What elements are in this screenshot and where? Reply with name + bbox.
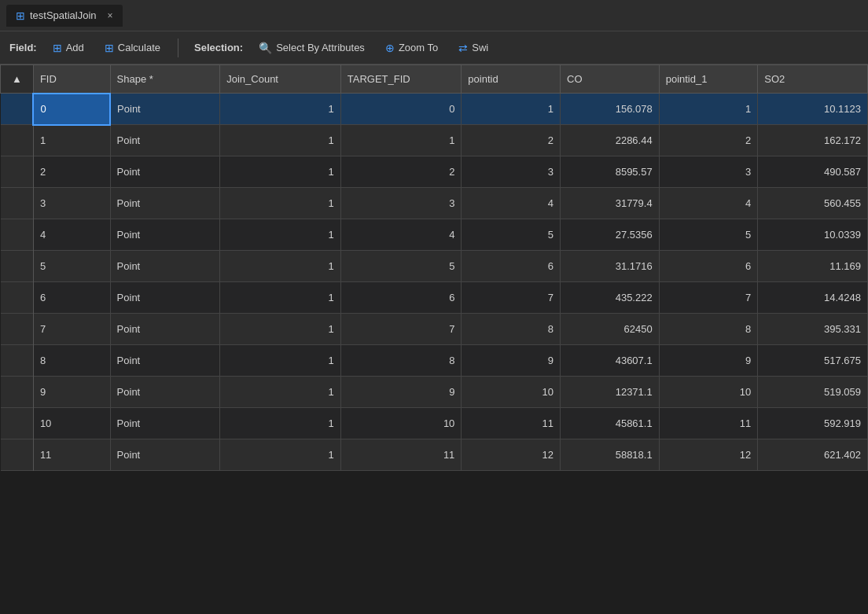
cell-pointid: 2 — [462, 125, 561, 156]
cell-pointid: 8 — [462, 314, 561, 345]
cell-fid: 5 — [33, 251, 110, 282]
cell-fid: 7 — [33, 314, 110, 345]
cell-co: 43607.1 — [561, 345, 660, 377]
cell-pointid: 4 — [462, 188, 561, 219]
cell-so2: 517.675 — [758, 345, 868, 377]
table-row[interactable]: 6Point167435.222714.4248 — [1, 282, 868, 314]
attribute-table: ▲ FID Shape * Join_Count TARGET_FID poin… — [0, 64, 868, 471]
toolbar: Field: ⊞ Add ⊞ Calculate Selection: 🔍 Se… — [0, 31, 868, 64]
cell-pointid1: 1 — [659, 94, 758, 125]
table-row[interactable]: 7Point178624508395.331 — [1, 314, 868, 345]
calculate-label: Calculate — [118, 42, 160, 53]
row-indicator-cell — [1, 439, 34, 471]
cell-shape: Point — [110, 125, 220, 156]
cell-targetfid: 3 — [340, 188, 462, 219]
col-header-fid[interactable]: FID — [33, 65, 110, 94]
table-row[interactable]: 10Point1101145861.111592.919 — [1, 408, 868, 439]
cell-co: 62450 — [561, 314, 660, 345]
cell-targetfid: 4 — [340, 219, 462, 251]
cell-so2: 11.169 — [758, 251, 868, 282]
cell-pointid1: 7 — [659, 282, 758, 314]
table-row[interactable]: 4Point14527.5356510.0339 — [1, 219, 868, 251]
row-indicator-cell — [1, 156, 34, 188]
table-row[interactable]: 1Point1122286.442162.172 — [1, 125, 868, 156]
col-header-pointid[interactable]: pointid — [462, 65, 561, 94]
cell-shape: Point — [110, 282, 220, 314]
cell-shape: Point — [110, 251, 220, 282]
close-tab-button[interactable]: × — [108, 10, 113, 21]
cell-pointid1: 10 — [659, 377, 758, 408]
table-row[interactable]: 9Point191012371.110519.059 — [1, 377, 868, 408]
table-row[interactable]: 11Point1111258818.112621.402 — [1, 439, 868, 471]
cell-co: 31779.4 — [561, 188, 660, 219]
cell-joincount: 1 — [220, 377, 341, 408]
cell-co: 12371.1 — [561, 377, 660, 408]
row-indicator-cell — [1, 314, 34, 345]
switch-label: Swi — [472, 42, 488, 53]
cell-joincount: 1 — [220, 251, 341, 282]
cell-so2: 490.587 — [758, 156, 868, 188]
cell-pointid1: 5 — [659, 219, 758, 251]
calculate-button[interactable]: ⊞ Calculate — [97, 39, 168, 57]
table-row[interactable]: 3Point13431779.44560.455 — [1, 188, 868, 219]
table-row[interactable]: 0Point101156.078110.1123 — [1, 94, 868, 125]
cell-pointid: 5 — [462, 219, 561, 251]
cell-so2: 14.4248 — [758, 282, 868, 314]
row-indicator-cell — [1, 408, 34, 439]
cell-fid: 0 — [33, 94, 110, 125]
col-header-shape[interactable]: Shape * — [110, 65, 220, 94]
cell-pointid: 7 — [462, 282, 561, 314]
switch-button[interactable]: ⇄ Swi — [451, 39, 496, 57]
cell-so2: 10.1123 — [758, 94, 868, 125]
table-container: ▲ FID Shape * Join_Count TARGET_FID poin… — [0, 64, 868, 614]
cell-pointid: 9 — [462, 345, 561, 377]
add-button[interactable]: ⊞ Add — [45, 39, 92, 57]
col-header-co[interactable]: CO — [561, 65, 660, 94]
col-header-joincount[interactable]: Join_Count — [220, 65, 341, 94]
zoom-icon: ⊕ — [385, 42, 395, 54]
cell-shape: Point — [110, 219, 220, 251]
select-icon: 🔍 — [259, 42, 272, 54]
cell-fid: 6 — [33, 282, 110, 314]
title-bar: ⊞ testSpatialJoin × — [0, 0, 868, 31]
cell-pointid1: 2 — [659, 125, 758, 156]
cell-pointid: 1 — [462, 94, 561, 125]
cell-targetfid: 8 — [340, 345, 462, 377]
cell-shape: Point — [110, 377, 220, 408]
cell-targetfid: 6 — [340, 282, 462, 314]
cell-targetfid: 11 — [340, 439, 462, 471]
cell-pointid: 10 — [462, 377, 561, 408]
cell-pointid1: 12 — [659, 439, 758, 471]
cell-shape: Point — [110, 94, 220, 125]
table-row[interactable]: 5Point15631.1716611.169 — [1, 251, 868, 282]
cell-co: 31.1716 — [561, 251, 660, 282]
cell-joincount: 1 — [220, 125, 341, 156]
row-indicator-cell — [1, 219, 34, 251]
cell-co: 58818.1 — [561, 439, 660, 471]
cell-shape: Point — [110, 408, 220, 439]
field-label: Field: — [9, 42, 37, 53]
cell-shape: Point — [110, 314, 220, 345]
cell-pointid1: 9 — [659, 345, 758, 377]
cell-so2: 162.172 — [758, 125, 868, 156]
table-row[interactable]: 8Point18943607.19517.675 — [1, 345, 868, 377]
cell-shape: Point — [110, 439, 220, 471]
cell-pointid: 11 — [462, 408, 561, 439]
tab-title: testSpatialJoin — [30, 9, 97, 21]
cell-co: 45861.1 — [561, 408, 660, 439]
zoom-to-button[interactable]: ⊕ Zoom To — [377, 39, 446, 57]
cell-joincount: 1 — [220, 94, 341, 125]
col-header-targetfid[interactable]: TARGET_FID — [340, 65, 462, 94]
select-by-attributes-button[interactable]: 🔍 Select By Attributes — [251, 39, 373, 57]
cell-shape: Point — [110, 345, 220, 377]
row-indicator-cell — [1, 282, 34, 314]
cell-fid: 2 — [33, 156, 110, 188]
col-header-so2[interactable]: SO2 — [758, 65, 868, 94]
cell-co: 27.5356 — [561, 219, 660, 251]
sort-arrow-icon: ▲ — [12, 73, 22, 85]
col-header-pointid1[interactable]: pointid_1 — [659, 65, 758, 94]
title-tab[interactable]: ⊞ testSpatialJoin × — [6, 5, 123, 27]
table-icon: ⊞ — [16, 9, 25, 22]
table-row[interactable]: 2Point1238595.573490.587 — [1, 156, 868, 188]
zoom-to-label: Zoom To — [399, 42, 438, 53]
